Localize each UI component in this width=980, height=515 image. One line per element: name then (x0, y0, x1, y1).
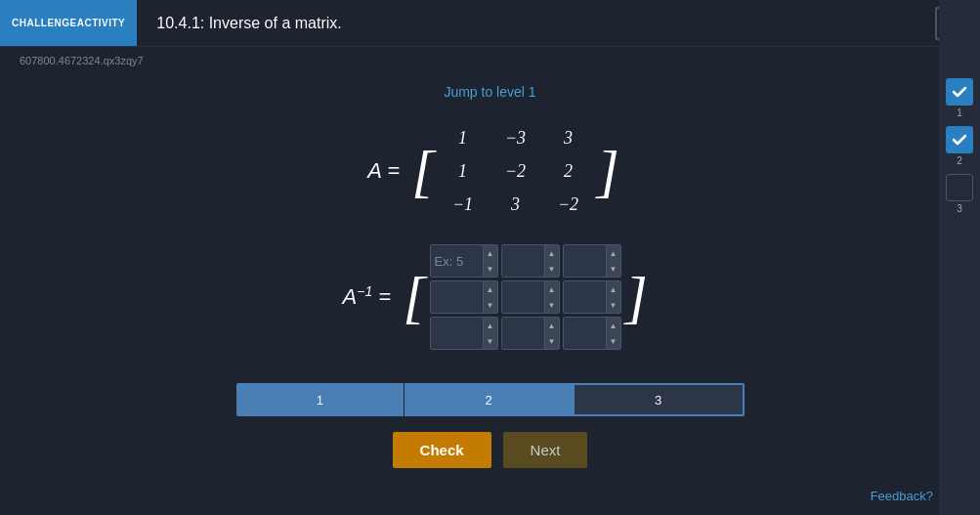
spinner-up-02[interactable]: ▲ (607, 245, 620, 261)
progress-bar: 1 2 3 (236, 383, 745, 416)
input-20[interactable] (431, 323, 483, 343)
spinner-up-11[interactable]: ▲ (545, 281, 559, 297)
spinner-up-10[interactable]: ▲ (484, 281, 497, 297)
spinner-22[interactable]: ▲ ▼ (606, 318, 620, 349)
matrix-A-display: A = [ 1 −3 3 1 −2 2 −1 3 −2 ] (361, 119, 619, 223)
level-2-num: 2 (957, 155, 962, 166)
matrix-Ainv-bracket: [ ▲ ▼ ▲ ▼ (403, 240, 648, 354)
cell-A-10: 1 (439, 156, 488, 186)
cell-A-21: 3 (491, 190, 540, 219)
input-11[interactable] (502, 287, 544, 307)
checkmark-1-icon (952, 84, 967, 100)
input-21[interactable] (502, 323, 544, 343)
cell-A-01: −3 (491, 123, 540, 152)
input-01[interactable] (502, 251, 544, 271)
progress-segment-2[interactable]: 2 (404, 383, 573, 416)
matrix-A-bracket: [ 1 −3 3 1 −2 2 −1 3 −2 ] (411, 119, 619, 223)
level-1-num: 1 (957, 107, 962, 118)
spinner-down-00[interactable]: ▼ (484, 261, 497, 277)
input-cell-02[interactable]: ▲ ▼ (563, 244, 621, 278)
bracket-left-A: [ (411, 142, 434, 200)
input-00[interactable] (431, 251, 483, 271)
input-22[interactable] (564, 323, 606, 343)
cell-A-11: −2 (491, 156, 540, 186)
spinner-down-21[interactable]: ▼ (545, 333, 559, 349)
matrix-A-label: A = (361, 158, 400, 184)
matrix-Ainv-label: A−1 = (332, 283, 391, 310)
header-title: 10.4.1: Inverse of a matrix. (137, 15, 341, 32)
level-3-indicator: 3 (946, 174, 973, 214)
cell-A-02: 3 (544, 123, 593, 152)
button-row: Check Next (393, 432, 588, 468)
progress-segment-3[interactable]: 3 (573, 383, 745, 416)
input-cell-21[interactable]: ▲ ▼ (501, 317, 560, 350)
main-content: Jump to level 1 A = [ 1 −3 3 1 −2 2 −1 3… (0, 74, 980, 468)
header: CHALLENGE ACTIVITY 10.4.1: Inverse of a … (0, 0, 980, 47)
check-button[interactable]: Check (393, 432, 491, 468)
spinner-00[interactable]: ▲ ▼ (483, 245, 497, 277)
level-2-indicator: 2 (946, 126, 973, 166)
matrix-Ainv-display: A−1 = [ ▲ ▼ ▲ (332, 240, 648, 354)
spinner-up-20[interactable]: ▲ (484, 318, 497, 333)
input-cell-11[interactable]: ▲ ▼ (501, 280, 560, 314)
level-3-box[interactable] (946, 174, 973, 201)
input-cell-22[interactable]: ▲ ▼ (563, 317, 621, 350)
spinner-down-01[interactable]: ▼ (545, 261, 559, 277)
spinner-down-12[interactable]: ▼ (607, 297, 620, 313)
spinner-20[interactable]: ▲ ▼ (483, 318, 497, 349)
cell-A-12: 2 (544, 156, 593, 186)
spinner-21[interactable]: ▲ ▼ (544, 318, 559, 349)
spinner-01[interactable]: ▲ ▼ (544, 245, 559, 277)
level-1-indicator: 1 (946, 78, 973, 118)
spinner-11[interactable]: ▲ ▼ (544, 281, 559, 313)
bracket-left-inv: [ (403, 268, 425, 326)
spinner-up-00[interactable]: ▲ (484, 245, 497, 261)
right-sidebar: 1 2 3 (939, 0, 980, 515)
spinner-down-20[interactable]: ▼ (484, 333, 497, 349)
input-02[interactable] (564, 251, 606, 271)
next-button[interactable]: Next (503, 432, 588, 468)
spinner-up-22[interactable]: ▲ (607, 318, 620, 333)
level-2-box[interactable] (946, 126, 973, 153)
checkmark-2-icon (952, 132, 967, 148)
input-cell-01[interactable]: ▲ ▼ (501, 244, 560, 278)
spinner-down-10[interactable]: ▼ (484, 297, 497, 313)
bracket-right-inv: ] (625, 268, 648, 326)
spinner-up-12[interactable]: ▲ (607, 281, 620, 297)
progress-segment-1[interactable]: 1 (236, 383, 405, 416)
input-12[interactable] (564, 287, 606, 307)
bracket-right-A: ] (597, 142, 619, 200)
input-cell-20[interactable]: ▲ ▼ (430, 317, 498, 350)
cell-A-22: −2 (544, 190, 593, 219)
level-1-box[interactable] (946, 78, 973, 106)
problem-id: 607800.4672324.qx3zqy7 (0, 47, 980, 74)
matrix-A-cells: 1 −3 3 1 −2 2 −1 3 −2 (435, 119, 597, 223)
spinner-02[interactable]: ▲ ▼ (606, 245, 620, 277)
feedback-link[interactable]: Feedback? (871, 489, 933, 503)
math-area: A = [ 1 −3 3 1 −2 2 −1 3 −2 ] (332, 119, 648, 354)
cell-A-20: −1 (439, 190, 488, 219)
input-cell-10[interactable]: ▲ ▼ (430, 280, 498, 314)
spinner-up-01[interactable]: ▲ (545, 245, 559, 261)
input-cell-00[interactable]: ▲ ▼ (430, 244, 498, 278)
spinner-10[interactable]: ▲ ▼ (483, 281, 497, 313)
cell-A-00: 1 (439, 123, 488, 152)
input-10[interactable] (431, 287, 483, 307)
spinner-down-02[interactable]: ▼ (607, 261, 620, 277)
spinner-down-11[interactable]: ▼ (545, 297, 559, 313)
spinner-12[interactable]: ▲ ▼ (606, 281, 620, 313)
jump-to-level-link[interactable]: Jump to level 1 (444, 84, 535, 100)
level-3-num: 3 (957, 203, 962, 214)
challenge-activity-label: CHALLENGE ACTIVITY (0, 0, 137, 46)
input-cell-12[interactable]: ▲ ▼ (563, 280, 621, 314)
spinner-down-22[interactable]: ▼ (607, 333, 620, 349)
matrix-Ainv-cells: ▲ ▼ ▲ ▼ ▲ (426, 240, 625, 354)
spinner-up-21[interactable]: ▲ (545, 318, 559, 333)
